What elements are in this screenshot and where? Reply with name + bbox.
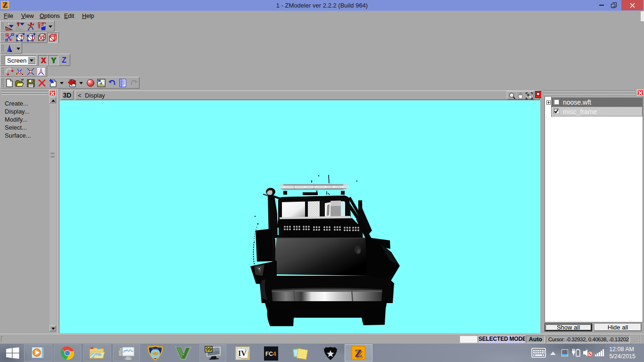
svg-text:99: 99 (206, 346, 211, 352)
svg-text:FC4: FC4 (265, 351, 276, 357)
svg-text:IV: IV (238, 349, 247, 357)
svg-text:Z: Z (355, 347, 362, 359)
